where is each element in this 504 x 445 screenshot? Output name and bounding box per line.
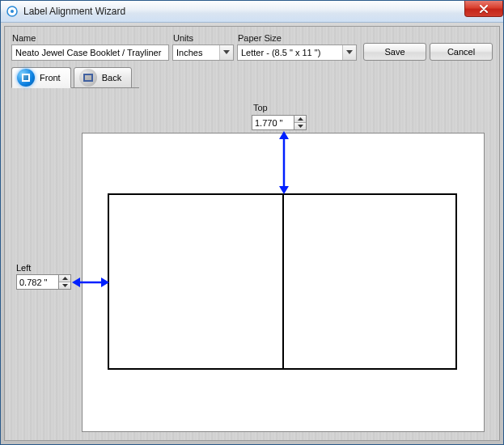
tab-back-label: Back xyxy=(102,73,121,83)
tab-bar: Front Back xyxy=(5,61,499,88)
units-select[interactable] xyxy=(172,44,234,61)
paper-size-label: Paper Size xyxy=(237,33,357,43)
cancel-button[interactable]: Cancel xyxy=(430,43,493,61)
svg-marker-6 xyxy=(72,278,80,287)
label-outline xyxy=(108,193,457,370)
save-button[interactable]: Save xyxy=(363,43,426,61)
svg-point-1 xyxy=(11,10,14,13)
left-offset-input[interactable] xyxy=(16,274,58,290)
svg-marker-3 xyxy=(279,131,289,139)
chevron-down-icon xyxy=(219,45,233,60)
paper-size-field-group: Paper Size xyxy=(237,33,357,61)
left-offset-label: Left xyxy=(16,263,31,273)
name-field-group: Name xyxy=(11,33,169,61)
preview-canvas: Top Left xyxy=(5,95,499,437)
back-cover-icon xyxy=(79,69,97,87)
left-offset-stepper[interactable] xyxy=(16,274,71,290)
top-offset-input[interactable] xyxy=(252,115,294,130)
paper-size-value[interactable] xyxy=(237,44,357,61)
paper-size-select[interactable] xyxy=(237,44,357,61)
units-field-group: Units xyxy=(172,33,234,61)
left-offset-arrow-icon xyxy=(72,277,109,288)
svg-marker-7 xyxy=(101,278,109,287)
spin-up-icon[interactable] xyxy=(294,116,306,123)
settings-row: Name Units Paper Size xyxy=(5,27,499,61)
top-offset-stepper[interactable] xyxy=(252,115,307,130)
tab-front[interactable]: Front xyxy=(11,67,71,88)
spin-down-icon[interactable] xyxy=(59,282,70,289)
window-title: Label Alignment Wizard xyxy=(23,6,125,17)
top-offset-label: Top xyxy=(253,103,268,112)
svg-marker-4 xyxy=(279,186,289,194)
spin-up-icon[interactable] xyxy=(59,275,70,282)
units-label: Units xyxy=(172,33,234,43)
chevron-down-icon xyxy=(342,45,356,60)
label-alignment-wizard-window: Label Alignment Wizard Name Units xyxy=(0,0,504,445)
left-offset-spinner[interactable] xyxy=(58,274,71,290)
client-area: Name Units Paper Size xyxy=(4,26,500,441)
tab-front-label: Front xyxy=(40,73,61,83)
spin-down-icon[interactable] xyxy=(294,123,306,129)
titlebar: Label Alignment Wizard xyxy=(1,1,503,23)
name-input[interactable] xyxy=(11,44,169,61)
close-button[interactable] xyxy=(464,1,503,17)
label-fold-line xyxy=(282,195,284,368)
front-cover-icon xyxy=(17,69,35,87)
name-label: Name xyxy=(11,33,169,43)
tab-back[interactable]: Back xyxy=(74,67,132,88)
top-offset-arrow-icon xyxy=(278,131,290,194)
top-offset-spinner[interactable] xyxy=(294,115,307,130)
app-icon xyxy=(6,5,19,18)
close-icon xyxy=(479,5,489,13)
